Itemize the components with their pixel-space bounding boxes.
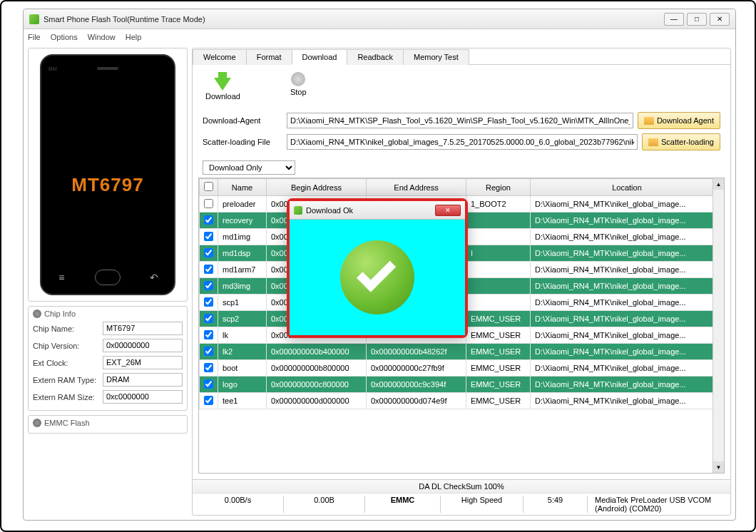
table-row[interactable]: logo 0x000000000c800000 0x000000000c9c39… xyxy=(200,377,724,393)
row-checkbox[interactable] xyxy=(204,281,213,290)
cell-name: recovery xyxy=(218,213,267,229)
window-title: Smart Phone Flash Tool(Runtime Trace Mod… xyxy=(44,15,664,24)
vertical-scrollbar[interactable]: ▲ ▼ xyxy=(712,178,724,473)
cell-region xyxy=(466,295,531,311)
cell-location: D:\Xiaomi_RN4_MTK\nikel_global_image... xyxy=(531,245,724,262)
ram-type-value: DRAM xyxy=(103,373,183,387)
scatter-file-input[interactable] xyxy=(287,134,638,150)
maximize-button[interactable]: □ xyxy=(687,13,707,26)
cell-name: scp2 xyxy=(218,311,267,327)
cell-location: D:\Xiaomi_RN4_MTK\nikel_global_image... xyxy=(531,327,724,344)
menubar: File Options Window Help xyxy=(24,29,735,45)
row-checkbox[interactable] xyxy=(204,248,213,257)
ext-clock-value: EXT_26M xyxy=(103,356,183,369)
minimize-button[interactable]: — xyxy=(664,13,684,26)
cell-region: EMMC_USER xyxy=(466,327,531,344)
tab-download[interactable]: Download xyxy=(292,49,348,65)
phone-preview: BM MT6797 ≡ ↶ xyxy=(28,48,188,302)
cell-location: D:\Xiaomi_RN4_MTK\nikel_global_image... xyxy=(531,377,724,393)
cell-region xyxy=(466,262,531,278)
row-checkbox[interactable] xyxy=(204,396,213,405)
folder-icon xyxy=(648,138,658,146)
cell-end: 0x000000000d074e9f xyxy=(367,393,466,409)
row-checkbox[interactable] xyxy=(204,265,213,274)
close-button[interactable]: ✕ xyxy=(710,13,730,26)
cell-region xyxy=(466,278,531,295)
row-checkbox[interactable] xyxy=(204,363,213,372)
cell-end: 0x000000000c9c394f xyxy=(367,377,466,393)
cell-name: logo xyxy=(218,377,267,393)
tab-readback[interactable]: Readback xyxy=(347,49,404,65)
row-checkbox[interactable] xyxy=(204,347,213,356)
row-checkbox[interactable] xyxy=(204,215,213,225)
row-checkbox[interactable] xyxy=(204,330,213,339)
cell-region: EMMC_USER xyxy=(466,311,531,327)
download-mode-select[interactable]: Download Only xyxy=(203,160,295,175)
status-usb: High Speed xyxy=(441,496,523,513)
chip-info-section: Chip Info Chip Name:MT6797 Chip Version:… xyxy=(28,306,188,411)
scatter-loading-button[interactable]: Scatter-loading xyxy=(642,133,720,150)
menu-options[interactable]: Options xyxy=(51,33,78,41)
cell-name: lk xyxy=(218,327,267,344)
cell-region xyxy=(466,229,531,245)
cell-name: scp1 xyxy=(218,295,267,311)
dialog-titlebar[interactable]: Download Ok ✕ xyxy=(290,201,465,220)
emmc-section: EMMC Flash xyxy=(28,415,188,434)
cell-name: lk2 xyxy=(218,344,267,360)
phone-menu-icon: ≡ xyxy=(54,270,68,285)
status-speed: 0.00B/s xyxy=(193,496,284,513)
cell-region: EMMC_USER xyxy=(466,344,531,360)
cell-region: 1_BOOT2 xyxy=(466,196,531,213)
cell-name: md1img xyxy=(218,229,267,245)
cell-name: md1arm7 xyxy=(218,262,267,278)
table-row[interactable]: tee1 0x000000000d000000 0x000000000d074e… xyxy=(200,393,724,409)
scroll-down-icon[interactable]: ▼ xyxy=(713,461,724,473)
cell-begin: 0x000000000b800000 xyxy=(267,360,367,377)
tab-memory-test[interactable]: Memory Test xyxy=(403,49,469,65)
cell-end: 0x000000000b48262f xyxy=(367,344,466,360)
success-check-icon xyxy=(340,240,414,314)
cell-name: boot xyxy=(218,360,267,377)
row-checkbox[interactable] xyxy=(204,314,213,323)
select-all-checkbox[interactable] xyxy=(204,182,213,191)
app-icon xyxy=(29,14,39,24)
download-agent-button[interactable]: Download Agent xyxy=(638,112,720,129)
download-icon xyxy=(214,78,231,91)
menu-window[interactable]: Window xyxy=(88,33,116,41)
titlebar[interactable]: Smart Phone Flash Tool(Runtime Trace Mod… xyxy=(24,9,735,29)
folder-icon xyxy=(644,117,654,125)
cell-location: D:\Xiaomi_RN4_MTK\nikel_global_image... xyxy=(531,360,724,377)
cell-location: D:\Xiaomi_RN4_MTK\nikel_global_image... xyxy=(531,311,724,327)
download-ok-dialog: Download Ok ✕ xyxy=(287,198,468,338)
tab-strip: Welcome Format Download Readback Memory … xyxy=(193,48,730,65)
stop-button[interactable]: Stop xyxy=(290,72,307,101)
status-total: 0.00B xyxy=(284,496,365,513)
row-checkbox[interactable] xyxy=(204,379,213,389)
cell-location: D:\Xiaomi_RN4_MTK\nikel_global_image... xyxy=(531,229,724,245)
status-storage: EMMC xyxy=(365,496,441,513)
cell-region: EMMC_USER xyxy=(466,377,531,393)
row-checkbox[interactable] xyxy=(204,232,213,241)
tab-welcome[interactable]: Welcome xyxy=(193,49,247,65)
download-button[interactable]: Download xyxy=(205,72,240,101)
dialog-close-button[interactable]: ✕ xyxy=(435,205,461,216)
menu-file[interactable]: File xyxy=(28,33,41,41)
cell-location: D:\Xiaomi_RN4_MTK\nikel_global_image... xyxy=(531,196,724,213)
tab-format[interactable]: Format xyxy=(246,49,292,65)
scroll-up-icon[interactable]: ▲ xyxy=(713,178,724,190)
table-row[interactable]: lk2 0x000000000b400000 0x000000000b48262… xyxy=(200,344,724,360)
cell-location: D:\Xiaomi_RN4_MTK\nikel_global_image... xyxy=(531,213,724,229)
chip-model-display: MT6797 xyxy=(41,174,174,196)
app-icon xyxy=(294,206,302,215)
download-agent-input[interactable] xyxy=(287,113,633,128)
table-row[interactable]: boot 0x000000000b800000 0x000000000c27fb… xyxy=(200,360,724,377)
row-checkbox[interactable] xyxy=(204,297,213,307)
cell-location: D:\Xiaomi_RN4_MTK\nikel_global_image... xyxy=(531,262,724,278)
gear-icon xyxy=(33,310,41,318)
status-bar: DA DL CheckSum 100% 0.00B/s 0.00B EMMC H… xyxy=(193,479,730,515)
row-checkbox[interactable] xyxy=(204,199,213,208)
cell-name: md3img xyxy=(218,278,267,295)
menu-help[interactable]: Help xyxy=(126,33,142,41)
cell-name: md1dsp xyxy=(218,245,267,262)
cell-begin: 0x000000000c800000 xyxy=(267,377,367,393)
